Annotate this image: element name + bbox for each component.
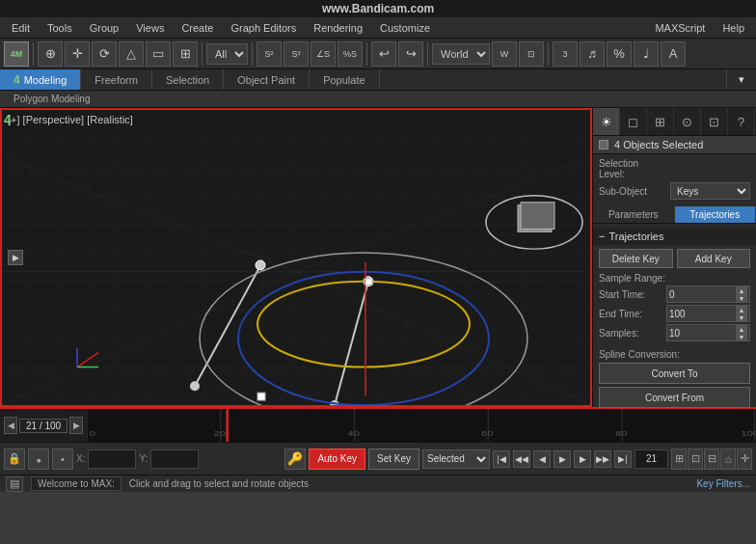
timeline-next[interactable]: ▶ bbox=[69, 417, 83, 434]
extra-icon-4[interactable]: ⌂ bbox=[720, 449, 736, 470]
toolbar-rotate[interactable]: ⟳ bbox=[92, 41, 117, 67]
transport-prev[interactable]: ◀◀ bbox=[513, 450, 530, 468]
tab-parameters[interactable]: Parameters bbox=[593, 206, 675, 223]
samples-up[interactable]: ▲ bbox=[736, 325, 747, 333]
viewport-number: 4 bbox=[4, 112, 12, 127]
toolbar-move[interactable]: ✛ bbox=[65, 41, 90, 67]
end-time-up[interactable]: ▲ bbox=[736, 306, 747, 313]
viewport[interactable]: [+] [Perspective] [Realistic] 4 bbox=[0, 108, 592, 407]
status-icon[interactable]: ▤ bbox=[6, 476, 23, 492]
auto-key-btn[interactable]: Auto Key bbox=[309, 449, 365, 470]
delete-key-btn[interactable]: Delete Key bbox=[599, 249, 673, 268]
toolbar-angsnap[interactable]: ∠S bbox=[310, 41, 336, 67]
toolbar-region[interactable]: ▭ bbox=[146, 41, 171, 67]
set-key-btn[interactable]: Set Key bbox=[368, 449, 419, 470]
convert-from-btn[interactable]: Convert From bbox=[599, 387, 750, 408]
end-time-input[interactable]: 100 ▲ ▼ bbox=[666, 305, 750, 322]
bottom-lock-icon[interactable]: 🔒 bbox=[4, 449, 25, 470]
start-time-row: Start Time: 0 ▲ ▼ bbox=[599, 286, 750, 303]
transport-next[interactable]: ▶▶ bbox=[594, 450, 611, 468]
transport-play[interactable]: ▶ bbox=[554, 450, 571, 468]
extra-icon-1[interactable]: ⊞ bbox=[671, 449, 687, 470]
tab-populate[interactable]: Populate bbox=[310, 69, 379, 90]
frame-input[interactable] bbox=[634, 449, 668, 469]
panel-icon-camera[interactable]: ⊙ bbox=[674, 108, 701, 135]
toolbar-snap2d[interactable]: S² bbox=[256, 41, 282, 67]
toolbar-pctsnap[interactable]: %S bbox=[338, 41, 363, 67]
x-input[interactable] bbox=[88, 449, 136, 469]
menu-group[interactable]: Group bbox=[82, 20, 127, 36]
toolbar-text[interactable]: A bbox=[661, 41, 686, 67]
selected-select[interactable]: Selected bbox=[422, 449, 490, 469]
toolbar-audio[interactable]: ♬ bbox=[580, 41, 605, 67]
toolbar-mode[interactable]: 4M bbox=[4, 41, 29, 67]
toolbar-scale[interactable]: △ bbox=[119, 41, 144, 67]
extra-icon-2[interactable]: ⊡ bbox=[688, 449, 703, 470]
start-time-up[interactable]: ▲ bbox=[736, 286, 747, 294]
panel-icon-sun[interactable]: ☀ bbox=[593, 108, 620, 135]
end-time-down[interactable]: ▼ bbox=[736, 313, 747, 321]
toolbar-undo[interactable]: ↩ bbox=[371, 41, 396, 67]
extra-icon-5[interactable]: ✛ bbox=[737, 449, 752, 470]
transport-prev-key[interactable]: ◀ bbox=[533, 450, 551, 468]
bottom-dot-icon[interactable]: • bbox=[52, 449, 73, 470]
tab-selection[interactable]: Selection bbox=[152, 69, 224, 90]
toolbar-rect[interactable]: ⊞ bbox=[173, 41, 198, 67]
sub-object-select[interactable]: Keys bbox=[670, 182, 750, 200]
toolbar-w2[interactable]: ⊡ bbox=[519, 41, 544, 67]
bottom-key2-icon[interactable]: 🔑 bbox=[284, 449, 306, 470]
bottom-bar: 🔒 ⬥ • X: Y: 🔑 Auto Key Set Key Selected … bbox=[0, 442, 756, 475]
menu-edit[interactable]: Edit bbox=[4, 20, 38, 36]
spline-section: Spline Conversion: Convert To Convert Fr… bbox=[593, 346, 756, 414]
menu-create[interactable]: Create bbox=[174, 20, 221, 36]
toolbar-stat[interactable]: 3 bbox=[553, 41, 578, 67]
menu-views[interactable]: Views bbox=[128, 20, 172, 36]
toolbar-curve[interactable]: ♩ bbox=[634, 41, 659, 67]
menu-customize[interactable]: Customize bbox=[372, 20, 438, 36]
sub-tab-polygon[interactable]: Polygon Modeling bbox=[6, 93, 98, 105]
y-input[interactable] bbox=[150, 449, 199, 469]
menu-graph-editors[interactable]: Graph Editors bbox=[223, 20, 304, 36]
menu-help[interactable]: Help bbox=[715, 20, 752, 36]
extra-icon-3[interactable]: ⊟ bbox=[704, 449, 719, 470]
start-time-input[interactable]: 0 ▲ ▼ bbox=[666, 286, 750, 303]
bottom-key-icon[interactable]: ⬥ bbox=[28, 449, 49, 470]
toolbar-snap3d[interactable]: S³ bbox=[284, 41, 309, 67]
timeline-prev[interactable]: ◀ bbox=[4, 417, 17, 434]
transport-next-key[interactable]: ▶ bbox=[574, 450, 591, 468]
world-select[interactable]: World bbox=[432, 43, 490, 65]
timeline-bar[interactable]: 0 20 40 60 80 100 bbox=[87, 409, 756, 442]
toolbar-w1[interactable]: W bbox=[492, 41, 517, 67]
timeline-counter[interactable]: 21 / 100 bbox=[19, 419, 68, 433]
toolbar-divider-1 bbox=[33, 42, 34, 66]
convert-to-btn[interactable]: Convert To bbox=[599, 363, 750, 384]
viewport-play[interactable]: ▶ bbox=[8, 250, 23, 265]
panel-icon-help[interactable]: ? bbox=[728, 108, 755, 135]
tab-freeform[interactable]: Freeform bbox=[81, 69, 152, 90]
tab-trajectories[interactable]: Trajectories bbox=[675, 206, 757, 223]
key-filters-link[interactable]: Key Filters... bbox=[696, 478, 750, 489]
transport-next-next[interactable]: ▶| bbox=[614, 450, 632, 468]
samples-down[interactable]: ▼ bbox=[736, 333, 747, 340]
menu-maxscript[interactable]: MAXScript bbox=[647, 20, 713, 36]
transport-prev-prev[interactable]: |◀ bbox=[493, 450, 510, 468]
viewport-scene bbox=[2, 110, 590, 405]
add-key-btn[interactable]: Add Key bbox=[677, 249, 751, 268]
tab-object-paint[interactable]: Object Paint bbox=[224, 69, 310, 90]
panel-icon-bone[interactable]: ⊞ bbox=[647, 108, 674, 135]
tab-extra[interactable]: ▾ bbox=[727, 69, 756, 90]
start-time-arrows: ▲ ▼ bbox=[736, 286, 747, 302]
menu-tools[interactable]: Tools bbox=[40, 20, 80, 36]
start-time-down[interactable]: ▼ bbox=[736, 294, 747, 302]
toolbar-track[interactable]: % bbox=[607, 41, 632, 67]
svg-rect-25 bbox=[87, 409, 756, 442]
filter-select[interactable]: All bbox=[206, 43, 248, 65]
objects-dot bbox=[599, 140, 608, 150]
panel-icon-light[interactable]: ⊡ bbox=[701, 108, 728, 135]
toolbar-select[interactable]: ⊕ bbox=[38, 41, 63, 67]
panel-icon-cube[interactable]: ◻ bbox=[620, 108, 647, 135]
tab-modeling[interactable]: 4 Modeling bbox=[0, 69, 81, 90]
menu-rendering[interactable]: Rendering bbox=[306, 20, 370, 36]
toolbar-redo[interactable]: ↪ bbox=[398, 41, 423, 67]
samples-input[interactable]: 10 ▲ ▼ bbox=[666, 324, 750, 341]
